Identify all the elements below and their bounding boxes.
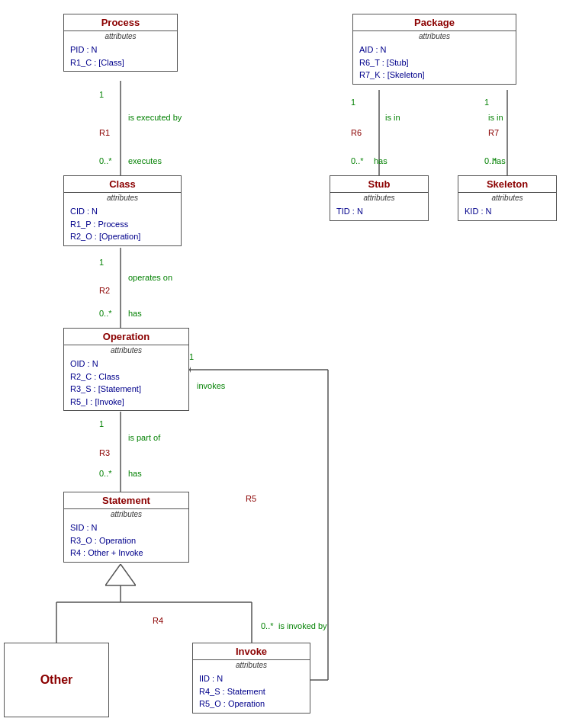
package-attrs: AID : N R6_T : [Stub] R7_K : [Skeleton] (353, 41, 516, 84)
r6-top-mult: 1 (351, 98, 355, 107)
statement-title: Statement (64, 492, 188, 508)
process-box: Process attributes PID : N R1_C : [Class… (63, 14, 178, 72)
package-divider: attributes (353, 30, 516, 41)
r7-bot-label: has (492, 156, 506, 165)
r7-top-mult: 1 (484, 98, 489, 107)
operation-divider: attributes (64, 345, 188, 355)
package-attr-3: R7_K : [Skeleton] (359, 69, 510, 82)
skeleton-title: Skeleton (458, 176, 556, 192)
r7-mid-label: R7 (488, 128, 499, 137)
operation-box: Operation attributes OID : N R2_C : Clas… (63, 328, 189, 411)
invoke-attrs: IID : N R4_S : Statement R5_O : Operatio… (193, 670, 310, 713)
class-attr-1: CID : N (70, 205, 175, 218)
r3-top-label: is part of (128, 433, 160, 442)
r1-bot-mult: 0..* (99, 156, 112, 165)
statement-attr-3: R4 : Other + Invoke (70, 547, 182, 560)
other-box: Other (4, 643, 109, 717)
package-box: Package attributes AID : N R6_T : [Stub]… (352, 14, 516, 85)
r1-bot-label: executes (128, 156, 162, 165)
r6-bot-mult: 0..* (351, 156, 364, 165)
package-attr-1: AID : N (359, 43, 510, 56)
skeleton-attrs: KID : N (458, 203, 556, 220)
r6-bot-label: has (374, 156, 388, 165)
skeleton-attr-1: KID : N (465, 205, 550, 218)
skeleton-divider: attributes (458, 192, 556, 203)
invoke-mult: 0..* (261, 621, 274, 630)
invoke-label: is invoked by (278, 621, 327, 630)
stub-title: Stub (330, 176, 428, 192)
statement-attr-2: R3_O : Operation (70, 534, 182, 547)
inheritance-triangle (105, 564, 136, 587)
invoke-attr-3: R5_O : Operation (199, 698, 304, 710)
class-attrs: CID : N R1_P : Process R2_O : [Operation… (64, 203, 181, 245)
r3-top-mult: 1 (99, 419, 104, 428)
r7-top-label: is in (488, 113, 503, 122)
invoke-attr-1: IID : N (199, 672, 304, 685)
class-divider: attributes (64, 192, 181, 203)
r1-top-label: is executed by (128, 113, 182, 122)
stub-attrs: TID : N (330, 203, 428, 220)
r1-top-mult: 1 (99, 90, 104, 99)
invoke-divider: attributes (193, 659, 310, 670)
other-label: Other (40, 673, 73, 687)
svg-marker-12 (189, 367, 191, 373)
process-attr-2: R1_C : [Class] (70, 56, 171, 69)
r4-label: R4 (153, 616, 163, 625)
r1-mid-label: R1 (99, 128, 110, 137)
r5-invokes: invokes (197, 381, 225, 390)
process-attr-1: PID : N (70, 43, 171, 56)
r3-bot-label: has (128, 469, 142, 478)
process-divider: attributes (64, 30, 177, 41)
r3-bot-mult: 0..* (99, 469, 112, 478)
operation-title: Operation (64, 329, 188, 345)
r2-bot-label: has (128, 309, 142, 318)
process-attrs: PID : N R1_C : [Class] (64, 41, 177, 71)
diagram: Process attributes PID : N R1_C : [Class… (0, 0, 566, 728)
r2-mid-label: R2 (99, 286, 110, 295)
r3-mid-label: R3 (99, 448, 110, 457)
r5-1: 1 (189, 352, 194, 361)
invoke-attr-2: R4_S : Statement (199, 685, 304, 698)
r6-mid-label: R6 (351, 128, 362, 137)
stub-attr-1: TID : N (336, 205, 422, 218)
process-title: Process (64, 14, 177, 30)
statement-box: Statement attributes SID : N R3_O : Oper… (63, 492, 189, 563)
statement-divider: attributes (64, 508, 188, 519)
stub-divider: attributes (330, 192, 428, 203)
r6-top-label: is in (385, 113, 400, 122)
operation-attrs: OID : N R2_C : Class R3_S : [Statement] … (64, 355, 188, 410)
r2-bot-mult: 0..* (99, 309, 112, 318)
operation-attr-4: R5_I : [Invoke] (70, 396, 182, 409)
invoke-box: Invoke attributes IID : N R4_S : Stateme… (192, 643, 310, 714)
statement-attrs: SID : N R3_O : Operation R4 : Other + In… (64, 519, 188, 562)
r2-top-mult: 1 (99, 258, 104, 267)
class-title: Class (64, 176, 181, 192)
class-box: Class attributes CID : N R1_P : Process … (63, 175, 182, 246)
package-title: Package (353, 14, 516, 30)
skeleton-box: Skeleton attributes KID : N (458, 175, 557, 221)
r5-label: R5 (246, 494, 256, 503)
class-attr-2: R1_P : Process (70, 218, 175, 231)
operation-attr-1: OID : N (70, 358, 182, 370)
r2-top-label: operates on (128, 273, 172, 282)
invoke-title: Invoke (193, 643, 310, 659)
stub-box: Stub attributes TID : N (330, 175, 429, 221)
class-attr-3: R2_O : [Operation] (70, 230, 175, 243)
package-attr-2: R6_T : [Stub] (359, 56, 510, 69)
svg-marker-13 (105, 564, 136, 585)
operation-attr-2: R2_C : Class (70, 370, 182, 383)
operation-attr-3: R3_S : [Statement] (70, 383, 182, 396)
statement-attr-1: SID : N (70, 521, 182, 534)
